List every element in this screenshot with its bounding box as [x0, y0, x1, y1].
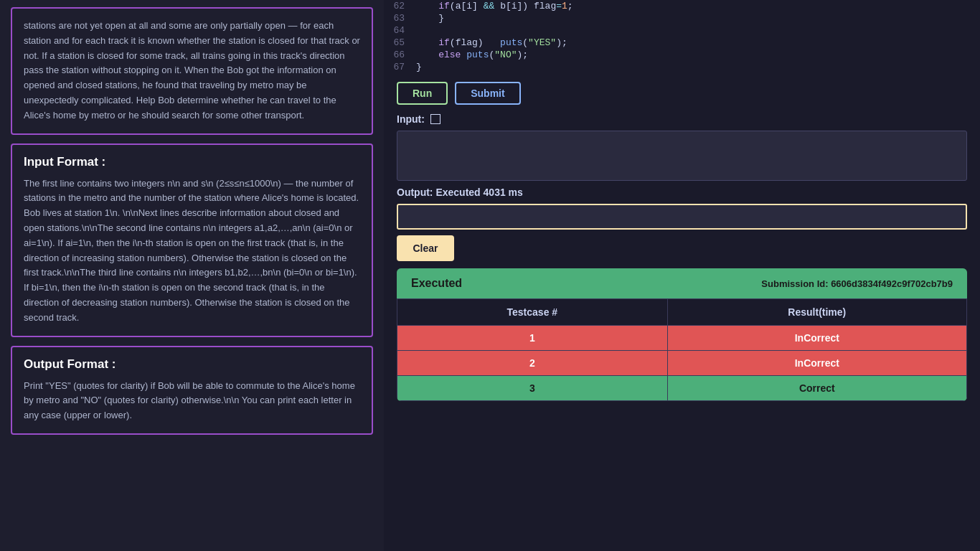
line-num-65: 65 [384, 37, 416, 48]
code-content-63: } [416, 13, 444, 24]
code-editor[interactable]: 62 if(a[i] && b[i]) flag=1; 63 } 64 65 i… [384, 0, 980, 73]
output-format-box: Output Format : Print "YES" (quotes for … [11, 346, 373, 435]
right-panel: 62 if(a[i] && b[i]) flag=1; 63 } 64 65 i… [384, 0, 980, 551]
testcase-result: InCorrect [667, 351, 966, 376]
code-line-66: 66 else puts("NO"); [384, 49, 980, 61]
input-format-box: Input Format : The first line contains t… [11, 143, 373, 337]
testcase-number: 1 [397, 326, 668, 351]
code-line-65: 65 if(flag) puts("YES"); [384, 37, 980, 49]
code-content-67: } [416, 62, 422, 72]
col-result: Result(time) [667, 299, 966, 326]
output-label: Output: Executed 4031 ms [397, 187, 967, 198]
input-checkbox-icon[interactable] [430, 114, 440, 124]
code-line-64: 64 [384, 24, 980, 37]
code-content-62: if(a[i] && b[i]) flag=1; [416, 1, 573, 11]
output-format-title: Output Format : [24, 357, 360, 372]
line-num-62: 62 [384, 1, 416, 11]
results-table-header-row: Testcase # Result(time) [397, 299, 967, 326]
results-table: Testcase # Result(time) 1InCorrect2InCor… [397, 298, 967, 401]
results-submission-id: Submission Id: 6606d3834f492c9f702cb7b9 [761, 278, 953, 289]
table-row: 2InCorrect [397, 351, 967, 376]
submit-button[interactable]: Submit [455, 82, 520, 105]
results-container: Executed Submission Id: 6606d3834f492c9f… [397, 268, 967, 401]
submission-id-label: Submission Id: [761, 278, 828, 289]
line-num-67: 67 [384, 62, 416, 72]
testcase-result: InCorrect [667, 326, 966, 351]
clear-button[interactable]: Clear [397, 235, 454, 261]
results-header: Executed Submission Id: 6606d3834f492c9f… [397, 268, 967, 298]
output-box[interactable] [397, 204, 967, 230]
io-area: Input: Output: Executed 4031 ms Clear [384, 113, 980, 261]
input-format-title: Input Format : [24, 155, 360, 169]
input-format-text: The first line contains two integers n\n… [24, 176, 360, 326]
code-line-67: 67 } [384, 61, 980, 73]
output-format-text: Print "YES" (quotes for clarity) if Bob … [24, 379, 360, 423]
code-line-62: 62 if(a[i] && b[i]) flag=1; [384, 0, 980, 12]
input-label: Input: [397, 113, 967, 125]
run-button[interactable]: Run [397, 82, 448, 105]
testcase-number: 2 [397, 351, 668, 376]
problem-description-text: stations are not yet open at all and som… [24, 19, 360, 123]
code-content-65: if(flag) puts("YES"); [416, 37, 567, 48]
col-testcase: Testcase # [397, 299, 668, 326]
line-num-66: 66 [384, 50, 416, 60]
line-num-63: 63 [384, 13, 416, 24]
testcase-result: Correct [667, 376, 966, 401]
code-content-66: else puts("NO"); [416, 50, 528, 60]
toolbar: Run Submit [384, 73, 980, 113]
code-line-63: 63 } [384, 12, 980, 24]
problem-description-box: stations are not yet open at all and som… [11, 7, 373, 135]
submission-id-value: 6606d3834f492c9f702cb7b9 [831, 278, 953, 289]
table-row: 3Correct [397, 376, 967, 401]
table-row: 1InCorrect [397, 326, 967, 351]
input-textarea[interactable] [397, 131, 967, 181]
line-num-64: 64 [384, 25, 416, 36]
testcase-number: 3 [397, 376, 668, 401]
results-status: Executed [411, 277, 462, 290]
input-label-text: Input: [397, 113, 425, 125]
left-panel: stations are not yet open at all and som… [0, 0, 384, 551]
